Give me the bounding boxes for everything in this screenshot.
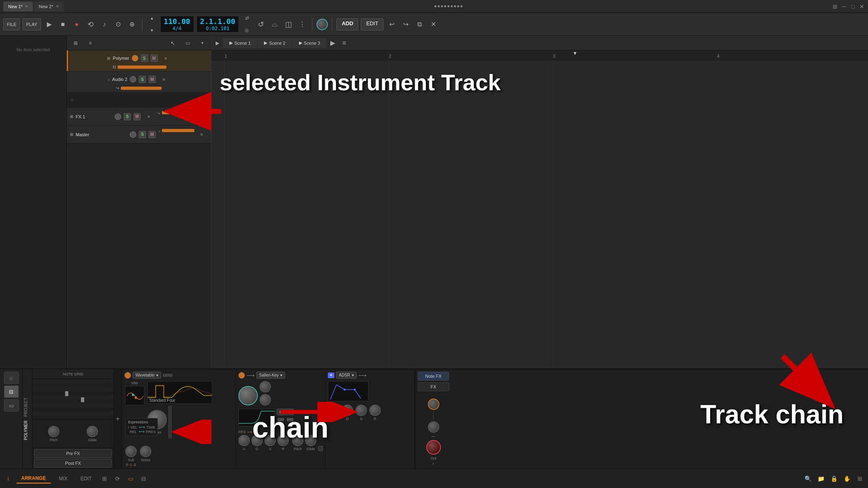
adsr-r-knob[interactable] (369, 405, 381, 416)
plugin-mixer-icon[interactable]: ⊟ (4, 386, 19, 398)
glide-checkbox[interactable] (318, 446, 323, 451)
cursor-icon[interactable]: ↖ (167, 37, 179, 49)
track-grid-icon[interactable]: ⊞ (70, 37, 81, 49)
master-mute-btn[interactable]: M (148, 131, 156, 138)
osc-power-btn[interactable] (124, 372, 131, 379)
filter-drive-knob[interactable] (260, 394, 271, 405)
add-module-btn[interactable]: + (432, 462, 434, 466)
scenes-menu-icon[interactable]: ≡ (338, 37, 350, 49)
loop-icon[interactable]: ⟲ (85, 19, 96, 30)
click-icon[interactable]: ◫ (283, 19, 294, 30)
redo-icon[interactable]: ↪ (400, 19, 411, 30)
file-button[interactable]: FILE (3, 18, 20, 30)
record-arm-icon[interactable]: ⊙ (113, 19, 124, 30)
post-fx-button[interactable]: Post FX (34, 459, 112, 468)
audio2-solo-btn[interactable]: S (139, 76, 146, 83)
loop-toggle-icon[interactable]: ↺ (255, 19, 266, 30)
filter-power-btn[interactable] (238, 372, 245, 379)
filter-icon-1[interactable]: ⊟⊟ (277, 416, 285, 423)
tab-new2-close[interactable]: ✕ (56, 4, 59, 9)
more-icon[interactable]: ▾ (196, 37, 208, 49)
play-button[interactable]: PLAY (22, 18, 41, 30)
search-icon[interactable]: 🔍 (803, 474, 813, 484)
env-type-dropdown[interactable]: ADSR ▾ (336, 372, 357, 379)
filter-icon-2[interactable]: ⊟⊟ (286, 416, 294, 423)
osc-type-dropdown[interactable]: Wavetable ▾ (133, 372, 161, 379)
feg-d-knob[interactable] (251, 435, 263, 446)
master-solo-btn[interactable]: S (139, 131, 146, 138)
audio-icon[interactable]: ◎ (241, 25, 253, 36)
lock-icon[interactable]: 🔒 (829, 474, 839, 484)
adsr-a-knob[interactable] (328, 405, 339, 416)
note-grid-content[interactable] (33, 379, 113, 419)
scenes-more-icon[interactable]: ▶ (327, 37, 338, 49)
osc-scroll[interactable] (168, 406, 172, 438)
out-vol-knob[interactable] (428, 399, 439, 410)
help-icon[interactable]: ✋ (842, 474, 852, 484)
polymer-mute-btn[interactable]: M (150, 54, 158, 62)
punch-icon[interactable]: ⌓ (269, 19, 280, 30)
scene2-button[interactable]: ▶ Scene 2 (257, 38, 292, 48)
fx1-menu-icon[interactable]: ≡ (143, 111, 155, 122)
filter-freq-knob[interactable] (238, 386, 258, 405)
audio2-fader[interactable] (121, 87, 161, 90)
fx1-route-icon[interactable]: ↪ (157, 111, 160, 122)
filter-sub-dropdown[interactable]: LP 4' ▾ (277, 409, 294, 415)
pre-fx-button[interactable]: Pre FX (34, 449, 112, 458)
fx1-list-icon[interactable]: ≡ (196, 111, 207, 122)
project-label[interactable]: PROJECT (23, 396, 32, 418)
select-icon[interactable]: ▭ (182, 37, 193, 49)
fx1-power-btn[interactable] (115, 113, 121, 120)
polymer-solo-btn[interactable]: S (141, 54, 148, 62)
maximize-button[interactable]: □ (850, 4, 856, 9)
master-list-icon[interactable]: ≡ (196, 129, 207, 140)
env-route-icon[interactable]: ⟶ (358, 372, 366, 379)
track-list-icon[interactable]: ≡ (85, 37, 96, 49)
grid-icon[interactable]: ⊞ (855, 474, 865, 484)
add-module-icon[interactable]: + (114, 369, 122, 468)
undo-icon[interactable]: ↩ (386, 19, 397, 30)
audio2-mute-btn[interactable]: M (148, 76, 156, 83)
feg-s-knob[interactable] (264, 435, 276, 446)
tab-arrange[interactable]: ARRANGE (16, 474, 51, 484)
fx1-mute-btn[interactable]: M (133, 113, 141, 120)
master-knob[interactable] (316, 19, 328, 30)
midi-icon[interactable]: ⇄ (241, 13, 253, 24)
master-fader[interactable] (162, 129, 194, 132)
play-icon[interactable]: ▶ (44, 19, 55, 30)
polymer-menu-icon[interactable]: ≡ (160, 52, 172, 64)
glide-knob-2[interactable] (305, 435, 316, 446)
play-scenes-icon[interactable]: ▶ (212, 37, 223, 49)
fx1-solo-btn[interactable]: S (124, 113, 131, 120)
plugin-browser-icon[interactable]: ▭ (4, 399, 19, 412)
noise-knob[interactable] (140, 446, 151, 457)
browser-icon[interactable]: 📁 (816, 474, 826, 484)
info-icon[interactable]: i (3, 474, 13, 484)
adsr-s-knob[interactable] (355, 405, 367, 416)
add-track-icon[interactable]: + (70, 96, 74, 105)
metronome-icon[interactable]: ♪ (99, 19, 110, 30)
master-power-btn[interactable] (130, 131, 136, 138)
note-fx-button[interactable]: Note FX (418, 372, 449, 381)
record-icon[interactable]: ● (71, 19, 83, 30)
close-button[interactable]: ✕ (859, 4, 865, 9)
scene3-button[interactable]: ▶ Scene 3 (292, 38, 327, 48)
fx-button[interactable]: FX (418, 382, 449, 391)
bottom-icon-1[interactable]: ⊞ (100, 474, 109, 484)
quantize-down-icon[interactable]: ▼ (146, 25, 158, 36)
pitch-knob-2[interactable] (292, 435, 303, 446)
copy-icon[interactable]: ⧉ (414, 19, 425, 30)
bottom-icon-3[interactable]: ▭ (126, 474, 135, 484)
bottom-icon-2[interactable]: ⟳ (113, 474, 122, 484)
sub-knob[interactable] (125, 446, 137, 457)
edit-button[interactable]: EDIT (361, 18, 384, 30)
audio2-power-btn[interactable] (130, 76, 136, 83)
tab-mix[interactable]: MIX (54, 474, 72, 483)
env-r-btn[interactable]: R (328, 373, 334, 378)
tab-edit[interactable]: EDIT (76, 474, 96, 483)
pitch-knob-1[interactable] (48, 426, 59, 437)
polymer-label[interactable]: POLYMER (23, 419, 32, 442)
minimize-button[interactable]: ─ (841, 4, 847, 9)
fx1-fader[interactable] (162, 111, 194, 114)
plugin-home-icon[interactable]: ⌂ (4, 372, 19, 384)
